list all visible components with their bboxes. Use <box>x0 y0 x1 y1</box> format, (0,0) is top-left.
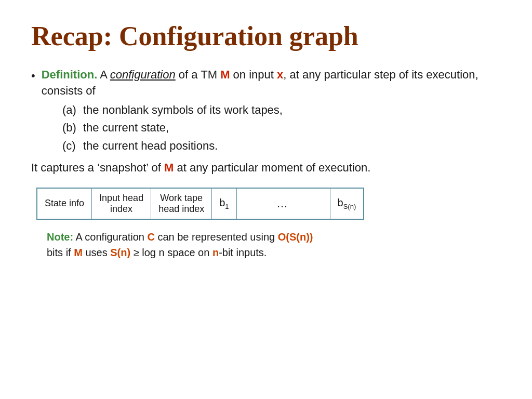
configuration-word: configuration <box>110 68 176 81</box>
table-cell-dots: … <box>236 188 330 219</box>
table-cell-state: State info <box>37 188 92 219</box>
note-Sn: S(n) <box>110 247 130 258</box>
config-table: State info Input head index Work tape he… <box>36 188 364 220</box>
sub-item-a: (a) the nonblank symbols of its work tap… <box>62 102 501 118</box>
note-text4: uses <box>83 247 110 258</box>
bullet-1-text-middle: of a TM <box>176 68 220 81</box>
sub-label-a: (a) <box>62 102 83 118</box>
note-label: Note: <box>47 231 73 243</box>
bullet-1: • Definition. A configuration of a TM M … <box>31 67 501 99</box>
snapshot-text-start: It captures a ‘snapshot’ of <box>31 161 164 174</box>
sub-label-b: (b) <box>62 120 83 136</box>
slide: Recap: Configuration graph • Definition.… <box>0 0 532 399</box>
table-cell-bsn: bS(n) <box>330 188 364 219</box>
snapshot-paragraph: It captures a ‘snapshot’ of M at any par… <box>31 159 501 176</box>
bullet-1-text: Definition. A configuration of a TM M on… <box>42 67 501 99</box>
note-n: n <box>212 247 219 258</box>
bullet-1-text-before: A <box>97 68 110 81</box>
sub-text-b: the current state, <box>83 120 169 136</box>
note-text6: -bit inputs. <box>219 247 267 258</box>
config-table-container: State info Input head index Work tape he… <box>36 188 501 220</box>
x-label: x <box>277 68 283 81</box>
note-text5: ≥ log n space on <box>130 247 212 258</box>
note-line2-start: bits if <box>47 247 74 258</box>
sub-text-a: the nonblank symbols of its work tapes, <box>83 102 283 118</box>
table-cell-work-tape: Work tape head index <box>151 188 212 219</box>
main-content: • Definition. A configuration of a TM M … <box>31 67 501 176</box>
note-text1: A configuration <box>73 231 147 243</box>
bsn-letter: b <box>338 197 343 208</box>
bullet-dot-1: • <box>31 68 35 84</box>
b1-subscript: 1 <box>225 203 229 210</box>
snapshot-text-end: at any particular moment of execution. <box>174 161 370 174</box>
sub-label-c: (c) <box>62 138 83 154</box>
sub-item-c: (c) the current head positions. <box>62 138 501 154</box>
sub-item-b: (b) the current state, <box>62 120 501 136</box>
table-row: State info Input head index Work tape he… <box>37 188 364 219</box>
input-head-line2: index <box>110 204 132 214</box>
sub-items-list: (a) the nonblank symbols of its work tap… <box>62 102 501 154</box>
slide-title: Recap: Configuration graph <box>31 21 501 51</box>
work-tape-line2: head index <box>158 204 204 214</box>
input-head-line1: Input head <box>99 193 143 203</box>
M-label-1: M <box>220 68 230 81</box>
bsn-subscript: S(n) <box>343 203 356 210</box>
note-C: C <box>147 231 154 243</box>
note-OSn: O(S(n)) <box>278 231 313 243</box>
table-cell-b1: b1 <box>212 188 236 219</box>
M-snapshot: M <box>164 161 174 174</box>
note-section: Note: A configuration C can be represent… <box>47 229 501 260</box>
table-cell-input-head: Input head index <box>92 188 151 219</box>
note-text2: can be represented using <box>155 231 278 243</box>
definition-label: Definition. <box>42 68 98 81</box>
sub-text-c: the current head positions. <box>83 138 218 154</box>
note-M: M <box>74 247 83 258</box>
b1-letter: b <box>219 197 225 208</box>
bullet-1-after-m: on input <box>230 68 277 81</box>
work-tape-line1: Work tape <box>160 193 203 203</box>
